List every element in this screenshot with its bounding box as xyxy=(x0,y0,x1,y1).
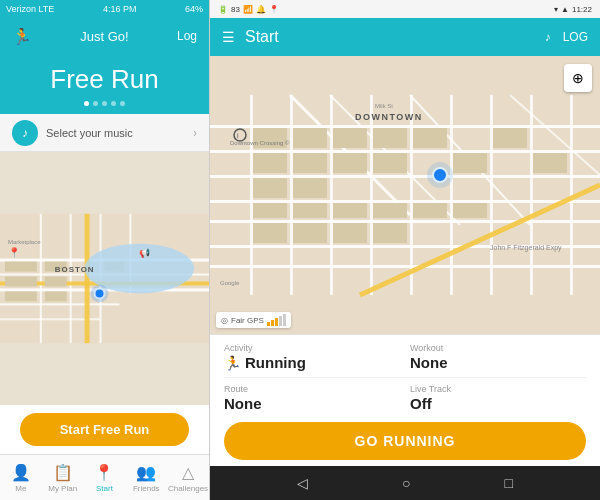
music-note-icon[interactable]: ♪ xyxy=(545,30,551,44)
left-panel: Verizon LTE 4:16 PM 64% 🏃 Just Go! Log F… xyxy=(0,0,210,500)
dot-2[interactable] xyxy=(93,101,98,106)
tab-bar: 👤 Me 📋 My Plan 📍 Start 👥 Friends △ Chall… xyxy=(0,454,209,500)
svg-rect-49 xyxy=(253,153,287,173)
svg-text:BOSTON: BOSTON xyxy=(55,265,95,274)
svg-rect-14 xyxy=(5,277,37,287)
recents-button[interactable]: □ xyxy=(505,475,513,491)
hamburger-icon[interactable]: ☰ xyxy=(222,29,235,45)
tab-friends[interactable]: 👥 Friends xyxy=(125,455,167,500)
live-track-label: Live Track xyxy=(410,384,586,394)
svg-rect-32 xyxy=(210,220,600,223)
back-button[interactable]: ◁ xyxy=(297,475,308,491)
tab-start[interactable]: 📍 Start xyxy=(84,455,126,500)
route-value: None xyxy=(224,395,400,412)
bell-icon: 🔔 xyxy=(256,5,266,14)
right-time: 11:22 xyxy=(572,5,592,14)
location-icon: 📍 xyxy=(269,5,279,14)
gps-label: Fair GPS xyxy=(231,316,264,325)
svg-rect-17 xyxy=(45,277,67,287)
running-icon: 🏃 xyxy=(224,355,241,371)
gps-badge: ◎ Fair GPS xyxy=(216,312,291,328)
svg-point-79 xyxy=(427,162,453,188)
tab-challenges[interactable]: △ Challenges xyxy=(167,455,209,500)
svg-rect-63 xyxy=(293,203,327,218)
svg-rect-12 xyxy=(85,214,90,343)
svg-rect-31 xyxy=(210,200,600,203)
svg-text:Milk St: Milk St xyxy=(375,103,393,109)
signal-icon: ▲ xyxy=(561,5,569,14)
hero-section: Free Run xyxy=(0,54,209,114)
svg-rect-55 xyxy=(333,153,367,173)
workout-value: None xyxy=(410,354,586,371)
activity-cell[interactable]: Activity 🏃 Running xyxy=(224,343,400,371)
left-map: BOSTON Marketplace 📍 📢 xyxy=(0,152,209,405)
svg-rect-62 xyxy=(253,203,287,218)
svg-rect-7 xyxy=(40,214,42,343)
tab-plan-label: My Plan xyxy=(48,484,77,493)
svg-rect-69 xyxy=(293,223,327,243)
svg-rect-5 xyxy=(0,303,119,305)
svg-rect-40 xyxy=(450,95,453,295)
svg-rect-28 xyxy=(210,125,600,128)
svg-rect-70 xyxy=(333,223,367,243)
bar-4 xyxy=(279,316,282,326)
sim-icon: 📶 xyxy=(243,5,253,14)
page-dots xyxy=(0,101,209,106)
svg-text:Google: Google xyxy=(220,280,240,286)
svg-rect-15 xyxy=(5,291,37,301)
battery-label: 64% xyxy=(185,4,203,14)
dot-5[interactable] xyxy=(120,101,125,106)
carrier-label: Verizon LTE xyxy=(6,4,54,14)
home-button[interactable]: ○ xyxy=(402,475,410,491)
svg-text:Marketplace: Marketplace xyxy=(8,239,41,245)
svg-rect-53 xyxy=(293,178,327,198)
svg-text:John F Fitzgerald Expy: John F Fitzgerald Expy xyxy=(490,244,562,252)
bar-1 xyxy=(267,322,270,326)
locate-button[interactable]: ⊕ xyxy=(564,64,592,92)
go-running-button[interactable]: GO RUNNING xyxy=(224,422,586,460)
svg-rect-52 xyxy=(293,153,327,173)
workout-label: Workout xyxy=(410,343,586,353)
tab-challenges-label: Challenges xyxy=(168,484,208,493)
svg-text:DOWNTOWN: DOWNTOWN xyxy=(355,112,423,122)
right-status-bar: 🔋 83 📶 🔔 📍 ▾ ▲ 11:22 xyxy=(210,0,600,18)
battery-pct: 83 xyxy=(231,5,240,14)
log-button[interactable]: Log xyxy=(177,29,197,43)
svg-rect-60 xyxy=(493,128,527,148)
gps-signal-bars xyxy=(267,314,286,326)
music-selector[interactable]: ♪ Select your music › xyxy=(0,114,209,152)
tab-friends-label: Friends xyxy=(133,484,160,493)
tab-me[interactable]: 👤 Me xyxy=(0,455,42,500)
battery-icon: 🔋 xyxy=(218,5,228,14)
svg-rect-50 xyxy=(253,178,287,198)
svg-rect-13 xyxy=(5,262,37,272)
svg-rect-57 xyxy=(373,153,407,173)
start-free-run-button[interactable]: Start Free Run xyxy=(20,413,189,446)
music-label: Select your music xyxy=(46,127,193,139)
svg-text:📍: 📍 xyxy=(8,246,21,259)
dot-1[interactable] xyxy=(84,101,89,106)
live-track-value: Off xyxy=(410,395,586,412)
left-time: 4:16 PM xyxy=(103,4,137,14)
right-panel: 🔋 83 📶 🔔 📍 ▾ ▲ 11:22 ☰ Start ♪ LOG xyxy=(210,0,600,500)
svg-rect-39 xyxy=(410,95,413,295)
info-grid: Activity 🏃 Running Workout None xyxy=(224,343,586,371)
svg-rect-59 xyxy=(453,153,487,173)
hero-title: Free Run xyxy=(0,64,209,95)
route-cell[interactable]: Route None xyxy=(224,384,400,412)
right-header-title: Start xyxy=(245,28,535,46)
friends-icon: 👥 xyxy=(136,463,156,482)
bar-5 xyxy=(283,314,286,326)
log-button-right[interactable]: LOG xyxy=(563,30,588,44)
live-track-cell[interactable]: Live Track Off xyxy=(410,384,586,412)
svg-rect-64 xyxy=(333,203,367,218)
tab-me-label: Me xyxy=(15,484,26,493)
svg-rect-51 xyxy=(293,128,327,148)
dot-4[interactable] xyxy=(111,101,116,106)
svg-rect-68 xyxy=(253,223,287,243)
tab-my-plan[interactable]: 📋 My Plan xyxy=(42,455,84,500)
info-card: Activity 🏃 Running Workout None Route No… xyxy=(210,334,600,416)
header-title: Just Go! xyxy=(80,29,128,44)
dot-3[interactable] xyxy=(102,101,107,106)
workout-cell[interactable]: Workout None xyxy=(410,343,586,371)
